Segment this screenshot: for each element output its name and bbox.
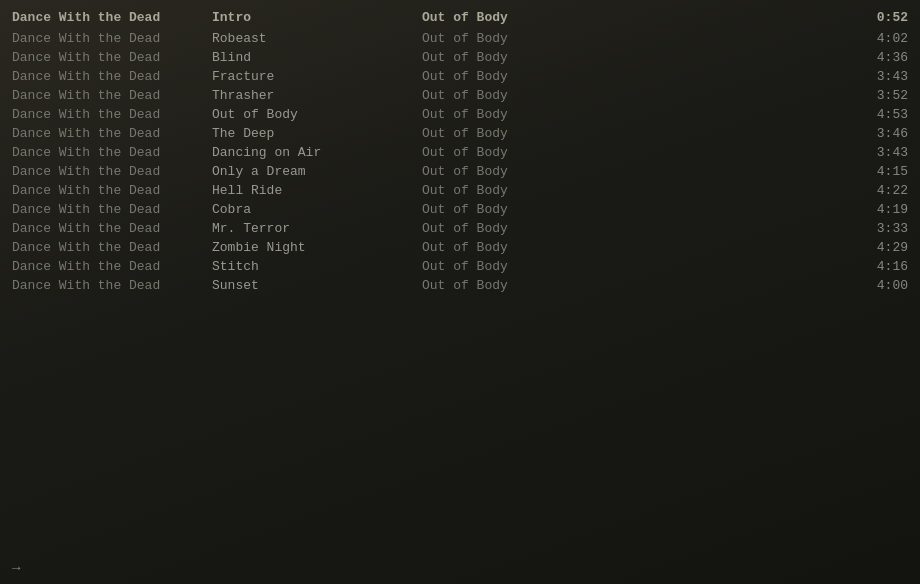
track-row[interactable]: Dance With the DeadCobraOut of Body4:19: [0, 200, 920, 219]
header-artist: Dance With the Dead: [12, 10, 212, 25]
track-row[interactable]: Dance With the DeadHell RideOut of Body4…: [0, 181, 920, 200]
track-artist: Dance With the Dead: [12, 145, 212, 160]
track-list: Dance With the Dead Intro Out of Body 0:…: [0, 0, 920, 295]
track-artist: Dance With the Dead: [12, 50, 212, 65]
track-duration: 3:46: [848, 126, 908, 141]
track-row[interactable]: Dance With the DeadSunsetOut of Body4:00: [0, 276, 920, 295]
footer-arrow: →: [12, 560, 20, 576]
track-artist: Dance With the Dead: [12, 107, 212, 122]
track-album: Out of Body: [422, 183, 848, 198]
track-row[interactable]: Dance With the DeadZombie NightOut of Bo…: [0, 238, 920, 257]
track-title: Cobra: [212, 202, 422, 217]
track-album: Out of Body: [422, 31, 848, 46]
track-artist: Dance With the Dead: [12, 221, 212, 236]
track-duration: 3:33: [848, 221, 908, 236]
track-title: Fracture: [212, 69, 422, 84]
track-artist: Dance With the Dead: [12, 88, 212, 103]
track-album: Out of Body: [422, 240, 848, 255]
track-duration: 4:16: [848, 259, 908, 274]
track-title: Robeast: [212, 31, 422, 46]
track-album: Out of Body: [422, 202, 848, 217]
track-duration: 4:02: [848, 31, 908, 46]
track-title: Hell Ride: [212, 183, 422, 198]
track-duration: 4:15: [848, 164, 908, 179]
track-duration: 3:52: [848, 88, 908, 103]
track-row[interactable]: Dance With the DeadOnly a DreamOut of Bo…: [0, 162, 920, 181]
track-artist: Dance With the Dead: [12, 259, 212, 274]
track-artist: Dance With the Dead: [12, 164, 212, 179]
track-duration: 4:36: [848, 50, 908, 65]
track-title: Blind: [212, 50, 422, 65]
track-row[interactable]: Dance With the DeadFractureOut of Body3:…: [0, 67, 920, 86]
track-album: Out of Body: [422, 88, 848, 103]
track-artist: Dance With the Dead: [12, 69, 212, 84]
track-row[interactable]: Dance With the DeadThrasherOut of Body3:…: [0, 86, 920, 105]
track-duration: 4:22: [848, 183, 908, 198]
track-row[interactable]: Dance With the DeadOut of BodyOut of Bod…: [0, 105, 920, 124]
header-title: Intro: [212, 10, 422, 25]
track-list-header: Dance With the Dead Intro Out of Body 0:…: [0, 8, 920, 27]
track-album: Out of Body: [422, 221, 848, 236]
track-title: Sunset: [212, 278, 422, 293]
track-duration: 4:19: [848, 202, 908, 217]
track-album: Out of Body: [422, 50, 848, 65]
track-duration: 4:29: [848, 240, 908, 255]
header-album: Out of Body: [422, 10, 848, 25]
track-album: Out of Body: [422, 69, 848, 84]
track-album: Out of Body: [422, 278, 848, 293]
track-title: Zombie Night: [212, 240, 422, 255]
track-artist: Dance With the Dead: [12, 240, 212, 255]
track-album: Out of Body: [422, 126, 848, 141]
track-row[interactable]: Dance With the DeadDancing on AirOut of …: [0, 143, 920, 162]
track-title: Mr. Terror: [212, 221, 422, 236]
track-artist: Dance With the Dead: [12, 126, 212, 141]
track-album: Out of Body: [422, 259, 848, 274]
track-duration: 3:43: [848, 145, 908, 160]
track-title: Only a Dream: [212, 164, 422, 179]
track-duration: 4:00: [848, 278, 908, 293]
track-row[interactable]: Dance With the DeadThe DeepOut of Body3:…: [0, 124, 920, 143]
track-album: Out of Body: [422, 145, 848, 160]
track-artist: Dance With the Dead: [12, 31, 212, 46]
track-title: Stitch: [212, 259, 422, 274]
track-row[interactable]: Dance With the DeadStitchOut of Body4:16: [0, 257, 920, 276]
track-title: Thrasher: [212, 88, 422, 103]
track-artist: Dance With the Dead: [12, 202, 212, 217]
track-duration: 4:53: [848, 107, 908, 122]
track-row[interactable]: Dance With the DeadBlindOut of Body4:36: [0, 48, 920, 67]
track-row[interactable]: Dance With the DeadMr. TerrorOut of Body…: [0, 219, 920, 238]
track-duration: 3:43: [848, 69, 908, 84]
header-duration: 0:52: [848, 10, 908, 25]
track-title: Dancing on Air: [212, 145, 422, 160]
track-title: Out of Body: [212, 107, 422, 122]
track-album: Out of Body: [422, 164, 848, 179]
track-row[interactable]: Dance With the DeadRobeastOut of Body4:0…: [0, 29, 920, 48]
track-artist: Dance With the Dead: [12, 278, 212, 293]
track-title: The Deep: [212, 126, 422, 141]
track-album: Out of Body: [422, 107, 848, 122]
track-artist: Dance With the Dead: [12, 183, 212, 198]
